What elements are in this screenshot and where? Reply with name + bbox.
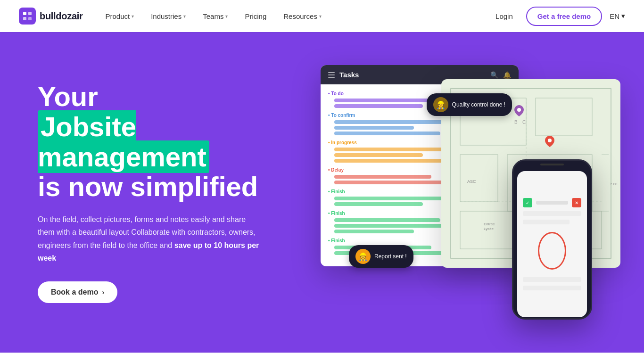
report-notification: 👷 Report sent !: [349, 245, 413, 268]
hero-content: Your Jobsite management is now simplifie…: [38, 82, 302, 303]
svg-point-22: [548, 139, 552, 142]
task-bar: [334, 159, 449, 163]
svg-rect-0: [23, 12, 26, 15]
phone-content-line: [523, 220, 570, 224]
phone-content-line: [523, 211, 581, 216]
map-pin-red: [545, 136, 554, 145]
task-bar: [334, 104, 423, 108]
chevron-down-icon: ▾: [225, 14, 228, 19]
svg-text:B: B: [514, 120, 518, 125]
logo-link[interactable]: bulldozair: [19, 8, 83, 25]
arrow-right-icon: ›: [102, 288, 104, 296]
hero-description: On the field, collect pictures, forms an…: [38, 213, 264, 264]
nav-item-industries[interactable]: Industries ▾: [143, 8, 193, 24]
hero-visual: Tasks 🔍 🔔 • To do• To confirm• In progre…: [321, 65, 606, 320]
logos-section: e egis S setec APRR Total RATP: [0, 353, 644, 362]
logo-text: bulldozair: [40, 11, 83, 22]
task-bar: [334, 181, 458, 184]
map-pin-purple: [514, 105, 524, 115]
svg-rect-2: [28, 12, 32, 15]
phone-oval-sketch: [538, 232, 566, 270]
svg-text:C: C: [522, 120, 526, 125]
nav-item-teams[interactable]: Teams ▾: [195, 8, 235, 24]
tasks-panel-title: Tasks: [339, 71, 359, 79]
nav-item-resources[interactable]: Resources ▾: [276, 8, 329, 24]
task-bar: [334, 132, 440, 135]
navbar: bulldozair Product ▾ Industries ▾ Teams …: [0, 0, 644, 32]
svg-rect-3: [28, 17, 32, 20]
svg-rect-7: [460, 155, 498, 202]
login-button[interactable]: Login: [490, 8, 519, 24]
hero-heading: Your Jobsite management is now simplifie…: [38, 82, 302, 202]
get-demo-button[interactable]: Get a free demo: [526, 7, 602, 26]
quality-notification-text: Quality control done !: [452, 101, 505, 108]
tasks-header-left: Tasks: [328, 71, 359, 79]
chevron-down-icon: ▾: [319, 14, 322, 19]
bell-icon[interactable]: 🔔: [503, 71, 511, 79]
svg-text:Lycée: Lycée: [484, 227, 494, 231]
svg-rect-6: [536, 98, 592, 136]
task-bar: [334, 126, 414, 130]
task-bar: [334, 153, 423, 157]
svg-point-21: [517, 108, 521, 112]
chevron-down-icon: ▾: [621, 12, 625, 20]
quality-avatar: 👷: [433, 97, 448, 112]
logo-icon: [19, 8, 36, 25]
svg-text:Entrée: Entrée: [484, 222, 495, 226]
svg-text:ASC: ASC: [467, 179, 476, 184]
task-bar: [334, 202, 423, 206]
language-selector[interactable]: EN ▾: [610, 12, 625, 20]
nav-links: Product ▾ Industries ▾ Teams ▾ Pricing R…: [98, 8, 490, 24]
report-avatar: 👷: [355, 249, 371, 264]
tasks-panel-icons: 🔍 🔔: [490, 71, 511, 79]
book-demo-button[interactable]: Book a demo ›: [38, 281, 117, 303]
hero-section: Your Jobsite management is now simplifie…: [0, 32, 644, 353]
phone-action-row: ✓ ✕: [523, 198, 581, 207]
nav-right: Login Get a free demo EN ▾: [490, 7, 625, 26]
task-bar: [334, 218, 440, 222]
hamburger-icon: [328, 72, 335, 78]
search-icon[interactable]: 🔍: [490, 71, 498, 79]
nav-item-pricing[interactable]: Pricing: [237, 8, 274, 24]
nav-item-product[interactable]: Product ▾: [98, 8, 141, 24]
task-bar: [334, 230, 414, 233]
quality-notification: 👷 Quality control done !: [427, 93, 512, 116]
check-icon: ✓: [523, 198, 532, 207]
phone-content-line: [523, 286, 581, 290]
phone-mockup: ✓ ✕: [512, 159, 592, 320]
task-bar: [334, 175, 431, 179]
chevron-down-icon: ▾: [132, 14, 134, 19]
report-notification-text: Report sent !: [374, 253, 407, 260]
x-icon: ✕: [572, 198, 581, 207]
phone-screen: ✓ ✕: [517, 171, 587, 317]
svg-rect-1: [23, 17, 26, 20]
chevron-down-icon: ▾: [183, 14, 186, 19]
phone-content-line: [523, 277, 581, 282]
